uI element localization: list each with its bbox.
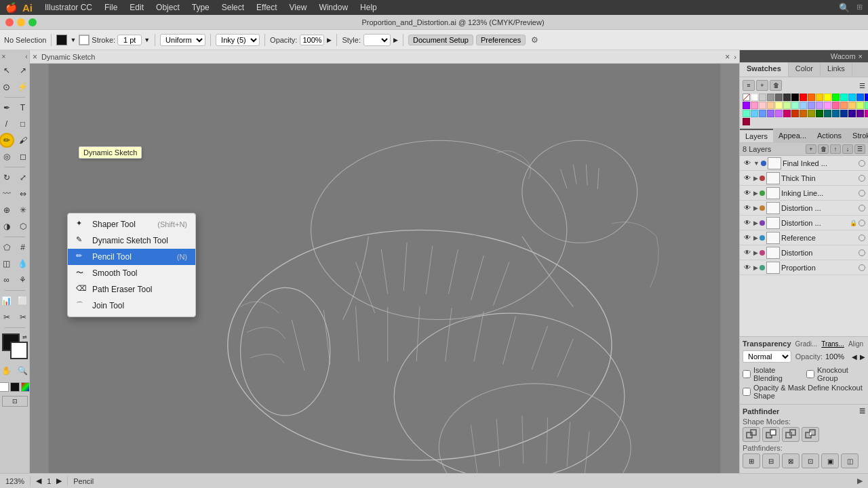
exclude-btn[interactable] bbox=[802, 427, 819, 442]
swatch-cell[interactable] bbox=[840, 94, 848, 101]
style-arrow[interactable]: ▶ bbox=[393, 37, 398, 43]
gradient-tool[interactable]: ◫ bbox=[0, 256, 14, 271]
swatch-cell[interactable] bbox=[759, 102, 766, 109]
swatch-cell[interactable] bbox=[783, 102, 791, 109]
menu-effect[interactable]: Effect bbox=[251, 1, 282, 14]
pencil-tool[interactable]: ✏ bbox=[0, 133, 14, 148]
pathfinder-menu-icon[interactable]: ☰ bbox=[859, 407, 865, 415]
live-paint-tool[interactable]: ⬡ bbox=[16, 219, 31, 234]
scale-tool[interactable]: ⤢ bbox=[16, 170, 31, 185]
layer-expand-icon[interactable]: ▶ bbox=[753, 190, 758, 197]
trim-btn[interactable]: ⊟ bbox=[762, 453, 780, 468]
swatch-none[interactable] bbox=[743, 94, 750, 101]
swatch-cell[interactable] bbox=[743, 118, 750, 125]
artboard-tool[interactable]: ⬜ bbox=[16, 293, 31, 308]
layer-target-indicator[interactable] bbox=[859, 249, 865, 256]
swatch-cell[interactable] bbox=[832, 102, 840, 109]
merge-btn[interactable]: ⊠ bbox=[782, 453, 800, 468]
layer-visibility-icon[interactable]: 👁 bbox=[743, 174, 752, 183]
swatches-menu-icon[interactable]: ☰ bbox=[859, 82, 865, 89]
toolbar-options-icon[interactable]: ⚙ bbox=[531, 35, 538, 45]
layer-visibility-icon[interactable]: 👁 bbox=[743, 233, 752, 243]
layer-item[interactable]: 👁▶Thick Thin bbox=[740, 171, 868, 186]
menu-view[interactable]: View bbox=[284, 1, 313, 14]
layer-item[interactable]: 👁▼Final Inked ... bbox=[740, 156, 868, 171]
layer-target-indicator[interactable] bbox=[859, 190, 865, 197]
swatch-cell[interactable] bbox=[808, 94, 815, 101]
brush-select[interactable]: Inky (5) bbox=[216, 34, 260, 46]
knockout-group-checkbox[interactable] bbox=[806, 370, 814, 378]
eyedropper-tool[interactable]: 💧 bbox=[16, 256, 31, 271]
swatch-cell[interactable] bbox=[865, 110, 868, 117]
swatch-cell[interactable] bbox=[800, 94, 807, 101]
layer-visibility-icon[interactable]: 👁 bbox=[743, 263, 752, 272]
menu-file[interactable]: File bbox=[99, 1, 123, 14]
warp-tool[interactable]: 〰 bbox=[0, 186, 14, 201]
width-tool[interactable]: ⇔ bbox=[16, 186, 31, 201]
close-window-button[interactable] bbox=[5, 18, 14, 26]
swatch-cell[interactable] bbox=[751, 102, 758, 109]
maximize-window-button[interactable] bbox=[28, 18, 37, 26]
opacity-input[interactable] bbox=[300, 35, 324, 45]
layer-item[interactable]: 👁▶Reference bbox=[740, 230, 868, 245]
column-graph-tool[interactable]: 📊 bbox=[0, 293, 14, 308]
fill-mode-box[interactable]: ⊡ bbox=[2, 396, 28, 407]
layer-expand-icon[interactable]: ▶ bbox=[753, 205, 758, 211]
layer-target-indicator[interactable] bbox=[859, 220, 865, 226]
swatch-cell[interactable] bbox=[783, 94, 791, 101]
prev-artboard-btn[interactable]: ◀ bbox=[36, 476, 41, 485]
swatch-cell[interactable] bbox=[751, 110, 758, 117]
swatch-delete-btn[interactable]: 🗑 bbox=[770, 80, 782, 91]
layer-expand-icon[interactable]: ▶ bbox=[753, 175, 758, 182]
swatch-cell[interactable] bbox=[743, 110, 750, 117]
layer-item[interactable]: 👁▶Inking Line... bbox=[740, 186, 868, 201]
slice-tool[interactable]: ✂ bbox=[0, 310, 14, 325]
swatch-cell[interactable] bbox=[848, 102, 856, 109]
intersect-btn[interactable] bbox=[782, 427, 800, 442]
popup-dynamic-sketch-tool[interactable]: ✎ Dynamic Sketch Tool bbox=[68, 232, 195, 249]
minus-front-btn[interactable] bbox=[762, 427, 780, 442]
apple-menu[interactable]: 🍎 bbox=[5, 2, 17, 13]
swatch-cell[interactable] bbox=[824, 94, 831, 101]
layer-target-indicator[interactable] bbox=[859, 205, 865, 211]
menu-window[interactable]: Window bbox=[313, 1, 353, 14]
swatch-cell[interactable] bbox=[865, 94, 868, 101]
menu-object[interactable]: Object bbox=[151, 1, 185, 14]
swatch-cell[interactable] bbox=[800, 110, 807, 117]
swatch-cell[interactable] bbox=[840, 110, 848, 117]
swatch-cell[interactable] bbox=[800, 102, 807, 109]
stroke-width-arrow[interactable]: ▼ bbox=[144, 37, 150, 43]
swatch-cell[interactable] bbox=[865, 102, 868, 109]
popup-shaper-tool[interactable]: ✦ Shaper Tool (Shift+N) bbox=[68, 216, 195, 232]
zoom-tool[interactable]: 🔍 bbox=[16, 363, 31, 378]
rect-tool[interactable]: □ bbox=[16, 117, 31, 131]
brush-tool[interactable]: 🖌 bbox=[16, 133, 31, 148]
sub-toolbar-close[interactable]: × bbox=[33, 52, 37, 62]
layer-expand-icon[interactable]: ▶ bbox=[753, 264, 758, 271]
gradient-fill-box[interactable] bbox=[21, 382, 31, 392]
swatch-cell[interactable] bbox=[824, 102, 831, 109]
swatch-cell[interactable] bbox=[767, 94, 774, 101]
popup-pencil-tool[interactable]: ✏ Pencil Tool (N) bbox=[68, 249, 195, 265]
layer-visibility-icon[interactable]: 👁 bbox=[743, 159, 752, 168]
hand-tool[interactable]: ✋ bbox=[0, 363, 14, 378]
swatch-cell[interactable] bbox=[775, 102, 783, 109]
fill-color-box[interactable] bbox=[56, 35, 67, 45]
move-layer-down-btn[interactable]: ↓ bbox=[842, 144, 853, 154]
layer-item[interactable]: 👁▶Proportion bbox=[740, 260, 868, 275]
panel-close-left[interactable]: × bbox=[2, 53, 6, 60]
gradient-tab[interactable]: Gradi... bbox=[795, 340, 818, 348]
align-tab[interactable]: Align bbox=[848, 340, 863, 348]
minus-back-btn[interactable]: ◫ bbox=[841, 453, 859, 468]
popup-join-tool[interactable]: ⌒ Join Tool bbox=[68, 298, 195, 314]
scissors-tool[interactable]: ✂ bbox=[16, 310, 31, 325]
popup-path-eraser-tool[interactable]: ⌫ Path Eraser Tool bbox=[68, 281, 195, 298]
swatch-cell[interactable] bbox=[743, 102, 750, 109]
swatch-new-btn[interactable]: + bbox=[756, 80, 768, 91]
layer-expand-icon[interactable]: ▼ bbox=[753, 160, 760, 167]
layers-panel-menu-btn[interactable]: ☰ bbox=[854, 144, 865, 154]
layer-item[interactable]: 👁▶Distortion ... bbox=[740, 201, 868, 216]
next-artboard-btn[interactable]: ▶ bbox=[56, 476, 62, 485]
swatch-cell[interactable] bbox=[783, 110, 791, 117]
delete-layer-btn[interactable]: 🗑 bbox=[818, 144, 829, 154]
